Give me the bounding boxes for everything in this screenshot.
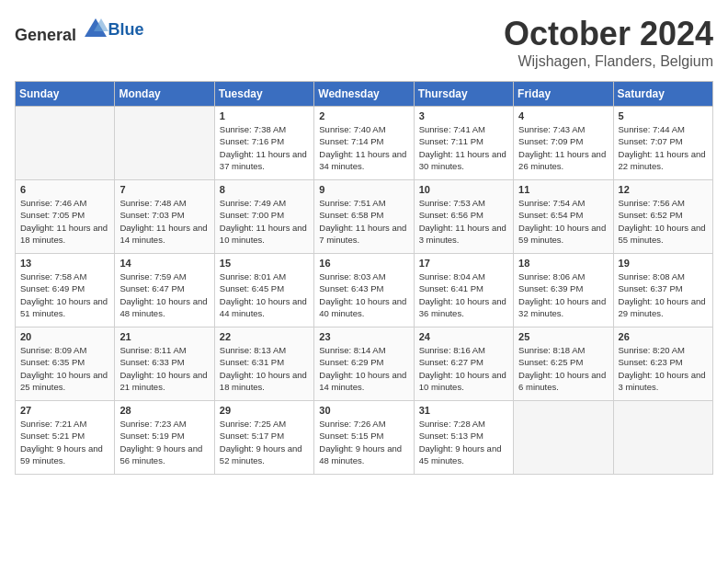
day-cell: 7Sunrise: 7:48 AMSunset: 7:03 PMDaylight… xyxy=(115,180,214,254)
day-cell: 1Sunrise: 7:38 AMSunset: 7:16 PMDaylight… xyxy=(214,107,313,180)
day-info: Sunrise: 7:26 AMSunset: 5:15 PMDaylight:… xyxy=(319,418,408,466)
day-info: Sunrise: 8:18 AMSunset: 6:25 PMDaylight:… xyxy=(518,344,608,393)
day-cell: 13Sunrise: 7:58 AMSunset: 6:49 PMDayligh… xyxy=(16,254,115,327)
day-info: Sunrise: 7:40 AMSunset: 7:14 PMDaylight:… xyxy=(319,123,408,172)
day-info: Sunrise: 8:06 AMSunset: 6:39 PMDaylight:… xyxy=(518,270,608,319)
logo: General Blue xyxy=(15,15,144,45)
day-cell: 10Sunrise: 7:53 AMSunset: 6:56 PMDayligh… xyxy=(414,180,513,254)
day-cell: 30Sunrise: 7:26 AMSunset: 5:15 PMDayligh… xyxy=(314,401,414,475)
day-number: 12 xyxy=(619,184,708,195)
day-number: 17 xyxy=(419,258,508,269)
day-number: 26 xyxy=(619,331,708,342)
day-cell xyxy=(514,401,613,475)
day-info: Sunrise: 8:04 AMSunset: 6:41 PMDaylight:… xyxy=(419,270,508,319)
day-cell: 2Sunrise: 7:40 AMSunset: 7:14 PMDaylight… xyxy=(314,107,414,180)
day-number: 3 xyxy=(419,110,508,121)
day-cell xyxy=(115,107,214,180)
day-cell: 21Sunrise: 8:11 AMSunset: 6:33 PMDayligh… xyxy=(115,327,214,401)
day-info: Sunrise: 7:28 AMSunset: 5:13 PMDaylight:… xyxy=(419,418,508,466)
day-number: 4 xyxy=(518,110,608,121)
day-cell: 24Sunrise: 8:16 AMSunset: 6:27 PMDayligh… xyxy=(414,327,513,401)
day-info: Sunrise: 7:43 AMSunset: 7:09 PMDaylight:… xyxy=(518,123,608,172)
day-number: 29 xyxy=(220,405,309,416)
day-number: 1 xyxy=(220,110,309,121)
week-row-0: 1Sunrise: 7:38 AMSunset: 7:16 PMDaylight… xyxy=(16,107,713,180)
day-cell: 17Sunrise: 8:04 AMSunset: 6:41 PMDayligh… xyxy=(414,254,513,327)
day-info: Sunrise: 7:46 AMSunset: 7:05 PMDaylight:… xyxy=(20,197,109,246)
day-number: 22 xyxy=(220,331,309,342)
day-number: 15 xyxy=(220,258,309,269)
week-row-3: 20Sunrise: 8:09 AMSunset: 6:35 PMDayligh… xyxy=(16,327,713,401)
day-cell: 25Sunrise: 8:18 AMSunset: 6:25 PMDayligh… xyxy=(514,327,613,401)
day-number: 25 xyxy=(518,331,608,342)
logo-general: General xyxy=(15,26,76,44)
day-cell: 4Sunrise: 7:43 AMSunset: 7:09 PMDaylight… xyxy=(514,107,613,180)
day-number: 24 xyxy=(419,331,508,342)
day-info: Sunrise: 7:58 AMSunset: 6:49 PMDaylight:… xyxy=(20,270,109,319)
day-info: Sunrise: 8:03 AMSunset: 6:43 PMDaylight:… xyxy=(319,270,408,319)
day-cell: 20Sunrise: 8:09 AMSunset: 6:35 PMDayligh… xyxy=(16,327,115,401)
day-number: 11 xyxy=(518,184,608,195)
day-cell: 31Sunrise: 7:28 AMSunset: 5:13 PMDayligh… xyxy=(414,401,513,475)
day-cell: 3Sunrise: 7:41 AMSunset: 7:11 PMDaylight… xyxy=(414,107,513,180)
day-info: Sunrise: 7:59 AMSunset: 6:47 PMDaylight:… xyxy=(119,270,209,319)
day-info: Sunrise: 8:09 AMSunset: 6:35 PMDaylight:… xyxy=(20,344,109,393)
day-number: 20 xyxy=(20,331,109,342)
day-info: Sunrise: 7:44 AMSunset: 7:07 PMDaylight:… xyxy=(619,123,708,172)
day-info: Sunrise: 7:25 AMSunset: 5:17 PMDaylight:… xyxy=(220,418,309,466)
week-row-2: 13Sunrise: 7:58 AMSunset: 6:49 PMDayligh… xyxy=(16,254,713,327)
day-number: 10 xyxy=(419,184,508,195)
day-info: Sunrise: 7:41 AMSunset: 7:11 PMDaylight:… xyxy=(419,123,508,172)
day-cell: 12Sunrise: 7:56 AMSunset: 6:52 PMDayligh… xyxy=(613,180,712,254)
page-header: General Blue October 2024 Wijshagen, Fla… xyxy=(15,15,713,70)
day-info: Sunrise: 7:49 AMSunset: 7:00 PMDaylight:… xyxy=(220,197,309,246)
week-row-4: 27Sunrise: 7:21 AMSunset: 5:21 PMDayligh… xyxy=(16,401,713,475)
day-cell: 5Sunrise: 7:44 AMSunset: 7:07 PMDaylight… xyxy=(613,107,712,180)
day-cell: 9Sunrise: 7:51 AMSunset: 6:58 PMDaylight… xyxy=(314,180,414,254)
day-info: Sunrise: 7:23 AMSunset: 5:19 PMDaylight:… xyxy=(119,418,209,466)
header-wednesday: Wednesday xyxy=(314,82,414,107)
day-number: 2 xyxy=(319,110,408,121)
day-number: 21 xyxy=(119,331,209,342)
header-tuesday: Tuesday xyxy=(214,82,313,107)
day-number: 9 xyxy=(319,184,408,195)
day-info: Sunrise: 8:16 AMSunset: 6:27 PMDaylight:… xyxy=(419,344,508,393)
day-info: Sunrise: 7:53 AMSunset: 6:56 PMDaylight:… xyxy=(419,197,508,246)
day-info: Sunrise: 8:01 AMSunset: 6:45 PMDaylight:… xyxy=(220,270,309,319)
day-cell xyxy=(613,401,712,475)
calendar-table: SundayMondayTuesdayWednesdayThursdayFrid… xyxy=(15,81,713,475)
day-cell: 23Sunrise: 8:14 AMSunset: 6:29 PMDayligh… xyxy=(314,327,414,401)
day-number: 31 xyxy=(419,405,508,416)
day-cell: 14Sunrise: 7:59 AMSunset: 6:47 PMDayligh… xyxy=(115,254,214,327)
day-number: 13 xyxy=(20,258,109,269)
day-cell: 11Sunrise: 7:54 AMSunset: 6:54 PMDayligh… xyxy=(514,180,613,254)
day-info: Sunrise: 8:13 AMSunset: 6:31 PMDaylight:… xyxy=(220,344,309,393)
day-info: Sunrise: 8:11 AMSunset: 6:33 PMDaylight:… xyxy=(119,344,209,393)
header-thursday: Thursday xyxy=(414,82,513,107)
day-cell: 28Sunrise: 7:23 AMSunset: 5:19 PMDayligh… xyxy=(115,401,214,475)
header-row: SundayMondayTuesdayWednesdayThursdayFrid… xyxy=(16,82,713,107)
day-number: 7 xyxy=(119,184,209,195)
day-cell: 19Sunrise: 8:08 AMSunset: 6:37 PMDayligh… xyxy=(613,254,712,327)
day-cell: 26Sunrise: 8:20 AMSunset: 6:23 PMDayligh… xyxy=(613,327,712,401)
logo-blue: Blue xyxy=(108,20,144,39)
day-number: 18 xyxy=(518,258,608,269)
day-cell: 29Sunrise: 7:25 AMSunset: 5:17 PMDayligh… xyxy=(214,401,313,475)
day-info: Sunrise: 7:51 AMSunset: 6:58 PMDaylight:… xyxy=(319,197,408,246)
header-sunday: Sunday xyxy=(16,82,115,107)
day-number: 23 xyxy=(319,331,408,342)
day-info: Sunrise: 8:20 AMSunset: 6:23 PMDaylight:… xyxy=(619,344,708,393)
day-number: 19 xyxy=(619,258,708,269)
day-cell: 15Sunrise: 8:01 AMSunset: 6:45 PMDayligh… xyxy=(214,254,313,327)
day-number: 16 xyxy=(319,258,408,269)
month-title: October 2024 xyxy=(504,15,713,53)
day-cell: 18Sunrise: 8:06 AMSunset: 6:39 PMDayligh… xyxy=(514,254,613,327)
location-title: Wijshagen, Flanders, Belgium xyxy=(504,53,713,70)
day-info: Sunrise: 8:14 AMSunset: 6:29 PMDaylight:… xyxy=(319,344,408,393)
day-cell: 27Sunrise: 7:21 AMSunset: 5:21 PMDayligh… xyxy=(16,401,115,475)
day-number: 5 xyxy=(619,110,708,121)
day-number: 28 xyxy=(119,405,209,416)
day-number: 14 xyxy=(119,258,209,269)
day-info: Sunrise: 7:54 AMSunset: 6:54 PMDaylight:… xyxy=(518,197,608,246)
day-info: Sunrise: 8:08 AMSunset: 6:37 PMDaylight:… xyxy=(619,270,708,319)
